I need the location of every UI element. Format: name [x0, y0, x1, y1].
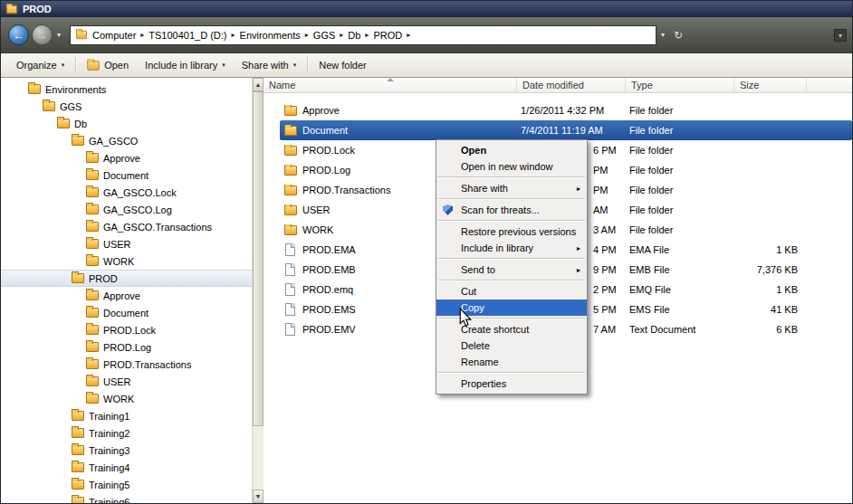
tree-item-ga-gsco[interactable]: GA_GSCO — [1, 132, 252, 149]
folder-icon — [6, 5, 18, 14]
tree-item-ggs[interactable]: GGS — [1, 98, 252, 115]
toolbar-include-in-library-button[interactable]: Include in library▾ — [137, 57, 234, 73]
sort-ascending-icon — [387, 78, 394, 81]
tree-item-training3[interactable]: Training3 — [1, 442, 252, 459]
toolbar-organize-button[interactable]: Organize▾ — [8, 57, 72, 73]
scrollbar-thumb[interactable] — [253, 91, 264, 426]
menu-item-copy[interactable]: Copy — [436, 300, 587, 316]
tree-item-ga-gsco-lock[interactable]: GA_GSCO.Lock — [1, 184, 252, 201]
column-header-row: Name Date modified Type Size — [264, 78, 852, 93]
column-header-type[interactable]: Type — [626, 78, 734, 92]
menu-separator — [438, 372, 585, 374]
scroll-up-button[interactable]: ▲ — [253, 78, 264, 91]
column-header-filler — [807, 78, 852, 92]
tree-item-ga-gsco-log[interactable]: GA_GSCO.Log — [1, 201, 252, 218]
menu-item-share-with[interactable]: Share with▸ — [436, 180, 587, 196]
tree-item-label: Training4 — [89, 462, 129, 473]
file-row-approve[interactable]: Approve1/26/2011 4:32 PMFile folder — [280, 100, 852, 120]
forward-button[interactable]: → — [32, 24, 53, 45]
column-header-name[interactable]: Name — [264, 78, 517, 92]
file-name: PROD.Transactions — [302, 185, 390, 195]
menu-item-open-in-new-window[interactable]: Open in new window — [436, 158, 587, 175]
scroll-down-button[interactable]: ▼ — [253, 490, 264, 503]
tree-item-document[interactable]: Document — [1, 304, 252, 321]
breadcrumb-chevron-icon[interactable]: ▸ — [338, 31, 345, 39]
menu-item-open[interactable]: Open — [436, 142, 587, 158]
folder-icon — [86, 376, 99, 386]
menu-item-include-in-library[interactable]: Include in library▸ — [436, 240, 587, 256]
column-header-date-modified[interactable]: Date modified — [517, 78, 626, 92]
tree-item-training5[interactable]: Training5 — [1, 476, 252, 493]
tree-item-prod-transactions[interactable]: PROD.Transactions — [1, 356, 252, 373]
menu-item-delete[interactable]: Delete — [436, 338, 587, 354]
breadcrumb-item-environments[interactable]: Environments — [237, 30, 303, 41]
breadcrumb-item-db[interactable]: Db — [345, 30, 363, 41]
column-header-size[interactable]: Size — [734, 78, 807, 92]
menu-item-restore-previous-versions[interactable]: Restore previous versions — [436, 223, 587, 240]
tree-item-prod-log[interactable]: PROD.Log — [1, 338, 252, 356]
folder-icon — [284, 146, 297, 156]
type-cell: File folder — [626, 204, 734, 215]
back-arrow-icon: ← — [14, 29, 24, 42]
nav-right-button[interactable]: ▾ — [834, 29, 847, 42]
recent-pages-dropdown[interactable]: ▾ — [53, 25, 65, 45]
menu-item-rename[interactable]: Rename — [436, 354, 587, 370]
type-cell: EMB File — [626, 264, 734, 275]
breadcrumb-item-prod[interactable]: PROD — [370, 30, 405, 41]
main-area: EnvironmentsGGSDbGA_GSCOApproveDocumentG… — [1, 78, 852, 503]
tree-item-label: Document — [103, 170, 149, 181]
menu-item-send-to[interactable]: Send to▸ — [436, 262, 587, 278]
folder-icon — [284, 205, 297, 215]
type-cell: File folder — [626, 224, 734, 235]
tree-item-label: Training3 — [89, 445, 129, 456]
toolbar-button-label: Organize — [16, 60, 57, 71]
breadcrumb-chevron-icon[interactable]: ▸ — [230, 31, 237, 39]
menu-item-cut[interactable]: Cut — [436, 283, 587, 300]
tree-item-environments[interactable]: Environments — [1, 81, 252, 98]
menu-item-label: Properties — [461, 378, 506, 389]
toolbar-button-label: Share with — [242, 60, 289, 71]
chevron-down-icon: ▾ — [293, 62, 297, 69]
breadcrumb-chevron-icon[interactable]: ▸ — [139, 31, 146, 39]
tree-item-ga-gsco-transactions[interactable]: GA_GSCO.Transactions — [1, 218, 252, 235]
scrollbar-track[interactable] — [253, 426, 264, 490]
breadcrumb-item-ts100401-d-d[interactable]: TS100401_D (D:) — [146, 30, 229, 41]
folder-icon — [86, 222, 99, 232]
breadcrumb-chevron-icon[interactable]: ▸ — [363, 31, 370, 39]
tree-item-user[interactable]: USER — [1, 373, 252, 390]
menu-item-scan-for-threats[interactable]: Scan for threats... — [436, 202, 587, 218]
menu-item-create-shortcut[interactable]: Create shortcut — [436, 321, 587, 338]
back-button[interactable]: ← — [8, 24, 29, 45]
toolbar-share-with-button[interactable]: Share with▾ — [234, 57, 305, 73]
menu-item-properties[interactable]: Properties — [436, 376, 587, 392]
tree-item-user[interactable]: USER — [1, 235, 252, 252]
tree-item-approve[interactable]: Approve — [1, 149, 252, 166]
breadcrumb-item-ggs[interactable]: GGS — [311, 30, 338, 41]
file-row-document[interactable]: Document7/4/2011 11:19 AMFile folder — [280, 120, 852, 140]
tree-item-work[interactable]: WORK — [1, 252, 252, 270]
breadcrumb-item-computer[interactable]: Computer — [90, 30, 139, 41]
breadcrumb-chevron-icon[interactable]: ▸ — [405, 31, 412, 39]
toolbar-open-button[interactable]: Open — [79, 57, 137, 73]
refresh-button[interactable]: ↻ — [669, 25, 687, 45]
tree-scrollbar[interactable]: ▲ ▼ — [252, 78, 264, 503]
toolbar-new-folder-button[interactable]: New folder — [311, 57, 375, 73]
tree-item-db[interactable]: Db — [1, 115, 252, 132]
tree-item-training2[interactable]: Training2 — [1, 424, 252, 442]
tree-item-prod[interactable]: PROD — [1, 270, 252, 287]
folder-icon — [72, 480, 84, 490]
scroll-up-icon: ▲ — [255, 81, 262, 88]
breadcrumb-chevron-icon[interactable]: ▸ — [303, 31, 311, 39]
tree-item-work[interactable]: WORK — [1, 390, 252, 407]
address-dropdown[interactable]: ▾ — [657, 25, 669, 45]
type-cell: File folder — [626, 165, 734, 176]
tree-item-training4[interactable]: Training4 — [1, 459, 252, 476]
tree-item-document[interactable]: Document — [1, 166, 252, 184]
submenu-arrow-icon: ▸ — [577, 185, 580, 193]
file-name: PROD.Lock — [302, 145, 355, 156]
address-bar[interactable]: Computer▸TS100401_D (D:)▸Environments▸GG… — [70, 25, 657, 45]
tree-item-training1[interactable]: Training1 — [1, 407, 252, 424]
tree-item-prod-lock[interactable]: PROD.Lock — [1, 321, 252, 338]
tree-item-approve[interactable]: Approve — [1, 287, 252, 304]
tree-item-training6[interactable]: Training6 — [1, 493, 252, 503]
